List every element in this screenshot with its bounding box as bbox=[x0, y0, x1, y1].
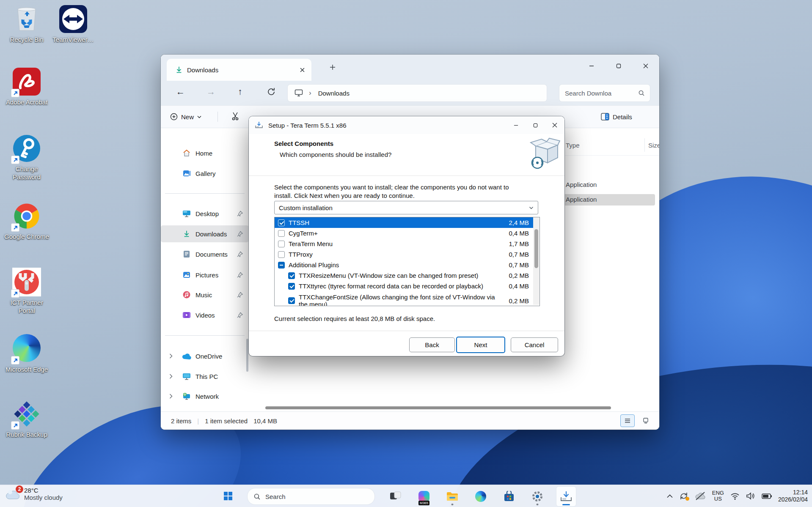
desktop-icon-google-chrome[interactable]: Google Chrome bbox=[3, 201, 50, 241]
sidebar-item-gallery[interactable]: Gallery bbox=[161, 165, 249, 182]
component-row-ttxttyrec[interactable]: TTXttyrec (ttyrec format record data can… bbox=[275, 281, 533, 291]
sidebar-item-music[interactable]: Music bbox=[161, 286, 249, 303]
search-icon[interactable] bbox=[638, 90, 645, 96]
tab-downloads[interactable]: Downloads bbox=[167, 59, 311, 81]
tab-close-icon[interactable] bbox=[300, 68, 305, 72]
close-button[interactable] bbox=[545, 116, 564, 134]
sidebar-item-downloads[interactable]: Downloads bbox=[161, 225, 249, 242]
checkbox-checked[interactable] bbox=[288, 297, 295, 304]
tray-chevron-up-icon[interactable] bbox=[667, 494, 673, 498]
checkbox-checked[interactable] bbox=[288, 272, 295, 279]
checkbox-indeterminate[interactable] bbox=[278, 262, 285, 269]
edge-button[interactable] bbox=[471, 487, 490, 506]
back-button[interactable]: Back bbox=[409, 337, 455, 352]
installation-type-dropdown[interactable]: Custom installation bbox=[274, 201, 538, 214]
sidebar-item-this-pc[interactable]: This PC bbox=[161, 368, 249, 385]
column-header-type[interactable]: Type bbox=[566, 142, 580, 149]
maximize-button[interactable] bbox=[605, 55, 632, 77]
refresh-icon[interactable] bbox=[267, 87, 276, 96]
desktop-icon-teamviewer[interactable]: TeamViewer… bbox=[50, 4, 96, 44]
minimize-button[interactable] bbox=[506, 116, 526, 134]
dialog-title-bar[interactable]: Setup - Tera Term 5.5.1 x86 bbox=[249, 116, 564, 134]
desktop-icon-rubrik-backup[interactable]: Rubrik Backup bbox=[3, 399, 50, 439]
m365-copilot-button[interactable]: M365 bbox=[414, 487, 434, 506]
minimize-button[interactable] bbox=[578, 55, 605, 77]
sidebar-scrollbar[interactable] bbox=[246, 339, 248, 372]
checkbox-unchecked[interactable] bbox=[278, 241, 285, 247]
onedrive-paused-icon[interactable] bbox=[695, 492, 706, 500]
settings-button[interactable] bbox=[528, 487, 547, 506]
wifi-icon[interactable] bbox=[730, 493, 740, 500]
column-divider[interactable] bbox=[644, 138, 645, 152]
clock[interactable]: 12:14 2026/02/04 bbox=[778, 489, 808, 503]
sidebar-item-home[interactable]: Home bbox=[161, 145, 249, 162]
chevron-right-icon[interactable] bbox=[169, 374, 173, 379]
file-explorer-button[interactable] bbox=[443, 487, 462, 506]
up-icon[interactable]: ↑ bbox=[238, 87, 242, 97]
search-icon bbox=[253, 493, 261, 500]
desktop-icon-recycle-bin[interactable]: Recycle Bin bbox=[3, 4, 50, 44]
search-input[interactable]: Search Downloa bbox=[565, 90, 638, 97]
task-view-button[interactable] bbox=[386, 487, 405, 506]
column-header-size[interactable]: Size bbox=[648, 142, 659, 149]
desktop-icon-change-password[interactable]: Change Password bbox=[3, 134, 50, 181]
wrench-icon bbox=[12, 267, 41, 297]
component-row-ttxchangefontsize[interactable]: TTXChangeFontSize (Allows changing the f… bbox=[275, 291, 533, 306]
desktop-icon-label: Recycle Bin bbox=[3, 36, 50, 44]
new-button[interactable]: New bbox=[170, 110, 201, 124]
sidebar-item-onedrive[interactable]: OneDrive bbox=[161, 348, 249, 364]
component-row-additional-plugins[interactable]: Additional Plugins 0,7 MB bbox=[275, 260, 533, 270]
maximize-button[interactable] bbox=[526, 116, 545, 134]
checkbox-unchecked[interactable] bbox=[278, 230, 285, 237]
sidebar-item-videos[interactable]: Videos bbox=[161, 307, 249, 323]
checkbox-checked[interactable] bbox=[278, 219, 285, 226]
sidebar-item-documents[interactable]: Documents bbox=[161, 246, 249, 263]
component-row-teraterm-menu[interactable]: TeraTerm Menu 1,7 MB bbox=[275, 238, 533, 249]
component-row-cygterm[interactable]: CygTerm+ 0,4 MB bbox=[275, 228, 533, 238]
weather-widget[interactable]: 2 28°C Mostly cloudy bbox=[5, 487, 63, 501]
checkbox-unchecked[interactable] bbox=[278, 251, 285, 258]
checkbox-checked[interactable] bbox=[288, 283, 295, 290]
list-scrollbar[interactable] bbox=[533, 217, 539, 305]
microsoft-store-button[interactable] bbox=[499, 487, 519, 506]
components-list[interactable]: TTSSH 2,4 MB CygTerm+ 0,4 MB TeraTerm Me… bbox=[274, 217, 540, 306]
breadcrumb-item[interactable]: Downloads bbox=[318, 90, 350, 97]
running-indicator bbox=[537, 504, 539, 505]
details-button[interactable]: Details bbox=[601, 110, 632, 124]
sidebar-item-desktop[interactable]: Desktop bbox=[161, 205, 249, 222]
volume-icon[interactable] bbox=[746, 492, 755, 500]
scrollbar-thumb[interactable] bbox=[534, 229, 538, 268]
chevron-right-icon[interactable] bbox=[169, 354, 173, 359]
desktop-icon-ict-partner-portal[interactable]: ICT Partner Portal bbox=[3, 267, 50, 315]
start-button[interactable] bbox=[218, 486, 238, 506]
battery-icon[interactable] bbox=[762, 493, 772, 499]
next-button[interactable]: Next bbox=[456, 337, 505, 353]
search-label: Search bbox=[265, 493, 286, 500]
component-row-ttssh[interactable]: TTSSH 2,4 MB bbox=[275, 217, 533, 228]
breadcrumb[interactable]: › Downloads bbox=[288, 85, 547, 101]
installer-button-active[interactable] bbox=[556, 486, 576, 507]
desktop-icon-label: Change Password bbox=[3, 165, 50, 181]
component-row-ttproxy[interactable]: TTProxy 0,7 MB bbox=[275, 249, 533, 260]
details-view-toggle[interactable] bbox=[620, 414, 635, 427]
new-tab-button[interactable] bbox=[329, 64, 336, 71]
desktop-icon-adobe-acrobat[interactable]: Adobe Acrobat bbox=[3, 67, 50, 107]
sidebar-item-pictures[interactable]: Pictures bbox=[161, 266, 249, 283]
file-row-type[interactable]: Application bbox=[566, 181, 597, 188]
sync-icon[interactable] bbox=[679, 491, 688, 501]
sidebar-item-network[interactable]: Network bbox=[161, 388, 249, 405]
close-button[interactable] bbox=[632, 55, 659, 77]
horizontal-scrollbar[interactable] bbox=[249, 406, 659, 410]
component-row-ttxresizemenu[interactable]: TTXResizeMenu (VT-Window size can be cha… bbox=[275, 270, 533, 281]
language-indicator[interactable]: ENG US bbox=[712, 490, 724, 502]
scrollbar-thumb[interactable] bbox=[265, 406, 611, 409]
taskbar: 2 28°C Mostly cloudy Search M365 bbox=[0, 485, 812, 507]
cancel-button[interactable]: Cancel bbox=[511, 337, 558, 352]
cut-icon[interactable] bbox=[231, 112, 240, 121]
desktop-icon-microsoft-edge[interactable]: Microsoft Edge bbox=[3, 333, 50, 374]
search-box[interactable]: Search Downloa bbox=[559, 85, 650, 101]
taskbar-search[interactable]: Search bbox=[247, 488, 375, 505]
chevron-right-icon[interactable] bbox=[169, 394, 173, 399]
back-icon[interactable]: ← bbox=[176, 87, 185, 97]
icons-view-toggle[interactable] bbox=[639, 415, 652, 427]
